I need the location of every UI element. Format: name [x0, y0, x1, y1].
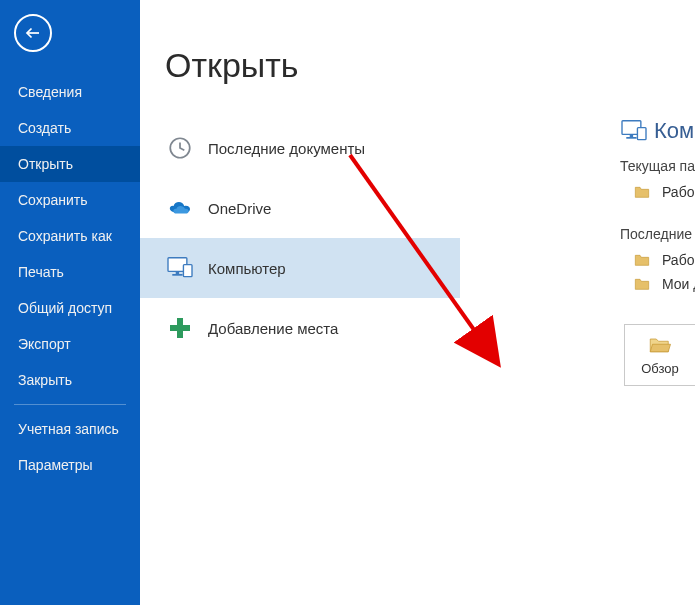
sidebar-item-info[interactable]: Сведения: [0, 74, 140, 110]
location-label: Добавление места: [200, 320, 338, 337]
location-label: Последние документы: [200, 140, 365, 157]
folder-icon: [634, 253, 650, 267]
details-header-text: Компьютер: [654, 118, 695, 144]
computer-icon: [620, 119, 648, 143]
location-add-place[interactable]: Добавление места: [140, 298, 460, 358]
plus-icon: [168, 316, 192, 340]
location-computer[interactable]: Компьютер: [140, 238, 460, 298]
folder-label: Рабочий стол: [656, 184, 695, 200]
sidebar-item-open[interactable]: Открыть: [0, 146, 140, 182]
sidebar-item-save[interactable]: Сохранить: [0, 182, 140, 218]
sidebar-item-new[interactable]: Создать: [0, 110, 140, 146]
svg-rect-4: [172, 274, 182, 276]
sidebar-item-account[interactable]: Учетная запись: [0, 411, 140, 447]
folder-open-icon: [648, 335, 672, 355]
sidebar-item-share[interactable]: Общий доступ: [0, 290, 140, 326]
onedrive-icon: [166, 198, 194, 218]
current-folder-item[interactable]: Рабочий стол: [620, 180, 695, 204]
location-label: Компьютер: [200, 260, 286, 277]
back-arrow-icon: [24, 24, 42, 42]
sidebar-item-print[interactable]: Печать: [0, 254, 140, 290]
folder-icon: [634, 277, 650, 291]
svg-rect-9: [630, 134, 633, 137]
folder-icon: [634, 185, 650, 199]
location-label: OneDrive: [200, 200, 271, 217]
clock-icon: [167, 135, 193, 161]
page-title: Открыть: [140, 0, 695, 103]
open-details-pane: Компьютер Текущая папка Рабочий стол Пос…: [620, 118, 695, 386]
svg-rect-10: [626, 137, 636, 139]
svg-rect-3: [176, 271, 179, 274]
sidebar-item-close[interactable]: Закрыть: [0, 362, 140, 398]
location-recent-documents[interactable]: Последние документы: [140, 118, 460, 178]
svg-rect-7: [170, 325, 190, 331]
sidebar-item-saveas[interactable]: Сохранить как: [0, 218, 140, 254]
back-button[interactable]: [14, 14, 52, 52]
recent-folder-item[interactable]: Рабочий стол: [620, 248, 695, 272]
sidebar-item-options[interactable]: Параметры: [0, 447, 140, 483]
recent-folder-item[interactable]: Мои документы: [620, 272, 695, 296]
browse-button[interactable]: Обзор: [624, 324, 695, 386]
location-onedrive[interactable]: OneDrive: [140, 178, 460, 238]
current-folder-section-title: Текущая папка: [620, 158, 695, 174]
backstage-sidebar: Сведения Создать Открыть Сохранить Сохра…: [0, 0, 140, 605]
folder-label: Рабочий стол: [656, 252, 695, 268]
backstage-main: Открыть Последние документы OneDrive: [140, 0, 695, 605]
svg-rect-5: [183, 265, 192, 277]
svg-rect-11: [637, 128, 646, 140]
sidebar-separator: [14, 404, 126, 405]
recent-folders-section-title: Последние папки: [620, 226, 695, 242]
folder-label: Мои документы: [656, 276, 695, 292]
sidebar-item-export[interactable]: Экспорт: [0, 326, 140, 362]
browse-label: Обзор: [641, 361, 679, 376]
details-header: Компьютер: [620, 118, 695, 144]
open-locations-list: Последние документы OneDrive Компьютер: [140, 118, 460, 358]
computer-icon: [166, 256, 194, 280]
